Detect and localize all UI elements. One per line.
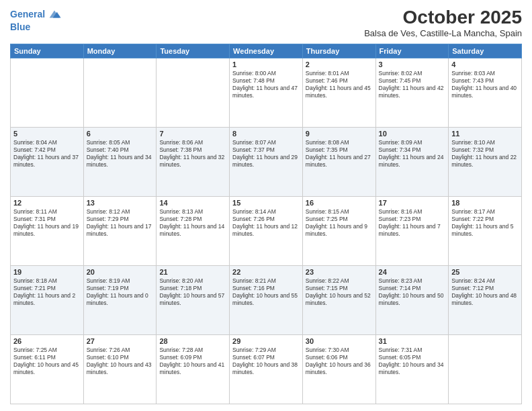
day-number: 3 xyxy=(379,60,446,68)
day-number: 5 xyxy=(13,130,81,138)
title-block: October 2025 Balsa de Ves, Castille-La M… xyxy=(364,7,522,38)
cell-info: Sunrise: 8:20 AM Sunset: 7:18 PM Dayligh… xyxy=(159,277,226,307)
cell-info: Sunrise: 8:15 AM Sunset: 7:25 PM Dayligh… xyxy=(306,208,373,238)
calendar-cell xyxy=(83,58,157,128)
day-number: 7 xyxy=(159,130,226,138)
calendar-cell: 17Sunrise: 8:16 AM Sunset: 7:23 PM Dayli… xyxy=(375,197,449,266)
calendar-cell: 6Sunrise: 8:05 AM Sunset: 7:40 PM Daylig… xyxy=(83,128,157,197)
cell-info: Sunrise: 8:09 AM Sunset: 7:34 PM Dayligh… xyxy=(379,139,446,169)
cell-info: Sunrise: 8:08 AM Sunset: 7:35 PM Dayligh… xyxy=(306,139,373,169)
calendar-cell: 12Sunrise: 8:11 AM Sunset: 7:31 PM Dayli… xyxy=(11,197,84,266)
calendar-row-0: 1Sunrise: 8:00 AM Sunset: 7:48 PM Daylig… xyxy=(11,58,522,128)
calendar-cell: 26Sunrise: 7:25 AM Sunset: 6:11 PM Dayli… xyxy=(11,335,84,404)
day-number: 16 xyxy=(306,199,373,207)
calendar-cell: 20Sunrise: 8:19 AM Sunset: 7:19 PM Dayli… xyxy=(83,266,157,335)
day-number: 1 xyxy=(232,60,300,68)
cell-info: Sunrise: 8:02 AM Sunset: 7:45 PM Dayligh… xyxy=(379,70,446,99)
cell-info: Sunrise: 8:12 AM Sunset: 7:29 PM Dayligh… xyxy=(87,208,154,238)
day-number: 27 xyxy=(87,337,154,345)
calendar-cell: 2Sunrise: 8:01 AM Sunset: 7:46 PM Daylig… xyxy=(302,58,375,128)
day-number: 18 xyxy=(451,199,519,207)
day-number: 22 xyxy=(232,268,300,276)
location: Balsa de Ves, Castille-La Mancha, Spain xyxy=(364,28,522,38)
day-number: 10 xyxy=(379,130,446,138)
day-number: 15 xyxy=(232,199,300,207)
cell-info: Sunrise: 8:00 AM Sunset: 7:48 PM Dayligh… xyxy=(232,70,300,99)
cell-info: Sunrise: 7:28 AM Sunset: 6:09 PM Dayligh… xyxy=(159,347,226,376)
day-number: 23 xyxy=(306,268,373,276)
calendar-cell: 22Sunrise: 8:21 AM Sunset: 7:16 PM Dayli… xyxy=(230,266,303,335)
cell-info: Sunrise: 8:24 AM Sunset: 7:12 PM Dayligh… xyxy=(451,277,519,307)
cell-info: Sunrise: 8:07 AM Sunset: 7:37 PM Dayligh… xyxy=(232,139,300,169)
day-number: 28 xyxy=(159,337,226,345)
cell-info: Sunrise: 8:22 AM Sunset: 7:15 PM Dayligh… xyxy=(306,277,373,307)
day-number: 8 xyxy=(232,130,300,138)
cell-info: Sunrise: 8:03 AM Sunset: 7:43 PM Dayligh… xyxy=(451,70,519,99)
cell-info: Sunrise: 8:10 AM Sunset: 7:32 PM Dayligh… xyxy=(451,139,519,169)
cell-info: Sunrise: 8:17 AM Sunset: 7:22 PM Dayligh… xyxy=(451,208,519,238)
calendar-row-2: 12Sunrise: 8:11 AM Sunset: 7:31 PM Dayli… xyxy=(11,197,522,266)
cell-info: Sunrise: 7:29 AM Sunset: 6:07 PM Dayligh… xyxy=(232,347,300,376)
day-number: 30 xyxy=(306,337,373,345)
cell-info: Sunrise: 8:23 AM Sunset: 7:14 PM Dayligh… xyxy=(379,277,446,307)
cell-info: Sunrise: 8:05 AM Sunset: 7:40 PM Dayligh… xyxy=(87,139,154,169)
calendar-cell xyxy=(449,335,522,404)
calendar-cell: 24Sunrise: 8:23 AM Sunset: 7:14 PM Dayli… xyxy=(375,266,449,335)
calendar-cell: 4Sunrise: 8:03 AM Sunset: 7:43 PM Daylig… xyxy=(449,58,522,128)
logo-icon xyxy=(47,7,62,21)
day-number: 11 xyxy=(451,130,519,138)
calendar-cell: 23Sunrise: 8:22 AM Sunset: 7:15 PM Dayli… xyxy=(302,266,375,335)
day-number: 17 xyxy=(379,199,446,207)
cell-info: Sunrise: 8:21 AM Sunset: 7:16 PM Dayligh… xyxy=(232,277,300,307)
calendar-row-4: 26Sunrise: 7:25 AM Sunset: 6:11 PM Dayli… xyxy=(11,335,522,404)
calendar-cell: 10Sunrise: 8:09 AM Sunset: 7:34 PM Dayli… xyxy=(375,128,449,197)
calendar-cell: 14Sunrise: 8:13 AM Sunset: 7:28 PM Dayli… xyxy=(157,197,230,266)
page: General Blue October 2025 Balsa de Ves, … xyxy=(0,0,532,411)
col-sunday: Sunday xyxy=(11,44,84,58)
col-saturday: Saturday xyxy=(449,44,522,58)
cell-info: Sunrise: 8:04 AM Sunset: 7:42 PM Dayligh… xyxy=(13,139,81,169)
calendar-cell: 1Sunrise: 8:00 AM Sunset: 7:48 PM Daylig… xyxy=(230,58,303,128)
day-number: 14 xyxy=(159,199,226,207)
day-number: 24 xyxy=(379,268,446,276)
cell-info: Sunrise: 7:25 AM Sunset: 6:11 PM Dayligh… xyxy=(13,347,81,376)
calendar-cell: 30Sunrise: 7:30 AM Sunset: 6:06 PM Dayli… xyxy=(302,335,375,404)
calendar-cell: 3Sunrise: 8:02 AM Sunset: 7:45 PM Daylig… xyxy=(375,58,449,128)
calendar-cell: 8Sunrise: 8:07 AM Sunset: 7:37 PM Daylig… xyxy=(230,128,303,197)
cell-info: Sunrise: 8:19 AM Sunset: 7:19 PM Dayligh… xyxy=(87,277,154,307)
day-number: 20 xyxy=(87,268,154,276)
calendar-row-3: 19Sunrise: 8:18 AM Sunset: 7:21 PM Dayli… xyxy=(11,266,522,335)
day-number: 31 xyxy=(379,337,446,345)
day-number: 25 xyxy=(451,268,519,276)
logo: General Blue xyxy=(10,7,62,33)
calendar-table: Sunday Monday Tuesday Wednesday Thursday… xyxy=(10,44,522,404)
logo-text2: Blue xyxy=(10,21,30,33)
calendar-cell xyxy=(157,58,230,128)
cell-info: Sunrise: 8:18 AM Sunset: 7:21 PM Dayligh… xyxy=(13,277,81,307)
day-number: 9 xyxy=(306,130,373,138)
col-monday: Monday xyxy=(83,44,157,58)
col-thursday: Thursday xyxy=(302,44,375,58)
calendar-cell: 29Sunrise: 7:29 AM Sunset: 6:07 PM Dayli… xyxy=(230,335,303,404)
cell-info: Sunrise: 7:30 AM Sunset: 6:06 PM Dayligh… xyxy=(306,347,373,376)
calendar-cell: 28Sunrise: 7:28 AM Sunset: 6:09 PM Dayli… xyxy=(157,335,230,404)
cell-info: Sunrise: 8:06 AM Sunset: 7:38 PM Dayligh… xyxy=(159,139,226,169)
col-friday: Friday xyxy=(375,44,449,58)
col-wednesday: Wednesday xyxy=(230,44,303,58)
calendar-cell: 18Sunrise: 8:17 AM Sunset: 7:22 PM Dayli… xyxy=(449,197,522,266)
col-tuesday: Tuesday xyxy=(157,44,230,58)
day-number: 26 xyxy=(13,337,81,345)
calendar-cell: 5Sunrise: 8:04 AM Sunset: 7:42 PM Daylig… xyxy=(11,128,84,197)
calendar-cell: 31Sunrise: 7:31 AM Sunset: 6:05 PM Dayli… xyxy=(375,335,449,404)
calendar-cell: 16Sunrise: 8:15 AM Sunset: 7:25 PM Dayli… xyxy=(302,197,375,266)
day-number: 4 xyxy=(451,60,519,68)
calendar-header-row: Sunday Monday Tuesday Wednesday Thursday… xyxy=(11,44,522,58)
day-number: 29 xyxy=(232,337,300,345)
cell-info: Sunrise: 8:01 AM Sunset: 7:46 PM Dayligh… xyxy=(306,70,373,99)
calendar-cell: 13Sunrise: 8:12 AM Sunset: 7:29 PM Dayli… xyxy=(83,197,157,266)
calendar-row-1: 5Sunrise: 8:04 AM Sunset: 7:42 PM Daylig… xyxy=(11,128,522,197)
day-number: 6 xyxy=(87,130,154,138)
calendar-cell: 21Sunrise: 8:20 AM Sunset: 7:18 PM Dayli… xyxy=(157,266,230,335)
day-number: 2 xyxy=(306,60,373,68)
cell-info: Sunrise: 8:14 AM Sunset: 7:26 PM Dayligh… xyxy=(232,208,300,238)
